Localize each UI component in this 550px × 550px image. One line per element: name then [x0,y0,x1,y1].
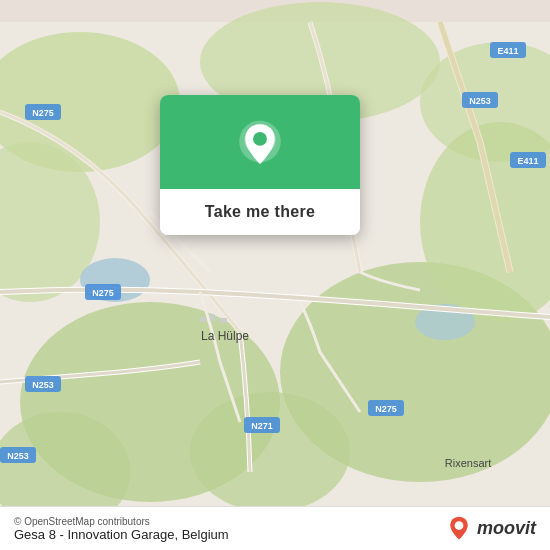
svg-text:N253: N253 [469,96,491,106]
svg-text:N271: N271 [251,421,273,431]
popup-green-area [160,95,360,189]
take-me-there-button[interactable]: Take me there [160,189,360,235]
svg-point-40 [455,521,464,530]
svg-point-39 [253,132,267,146]
bottom-left-info: © OpenStreetMap contributors Gesa 8 - In… [14,516,229,542]
location-label: Gesa 8 - Innovation Garage, Belgium [14,527,229,542]
svg-text:N253: N253 [7,451,29,461]
bottom-bar: © OpenStreetMap contributors Gesa 8 - In… [0,506,550,550]
svg-text:La Hülpe: La Hülpe [201,329,249,343]
svg-text:N275: N275 [375,404,397,414]
svg-text:E411: E411 [497,46,518,56]
moovit-text: moovit [477,518,536,539]
map-background: N275 N253 E411 E411 N253 N275 N271 N253 [0,0,550,550]
moovit-icon [445,515,473,543]
location-pin-icon [234,119,286,171]
svg-text:N275: N275 [92,288,114,298]
map-container: N275 N253 E411 E411 N253 N275 N271 N253 [0,0,550,550]
location-popup: Take me there [160,95,360,235]
svg-rect-35 [210,314,215,321]
osm-attribution: © OpenStreetMap contributors [14,516,229,527]
moovit-logo: moovit [445,515,536,543]
svg-text:E411: E411 [517,156,538,166]
svg-text:N275: N275 [32,108,54,118]
svg-rect-36 [220,318,227,323]
svg-point-8 [190,392,350,512]
svg-text:N253: N253 [32,380,54,390]
svg-rect-34 [200,317,206,322]
svg-text:Rixensart: Rixensart [445,457,491,469]
